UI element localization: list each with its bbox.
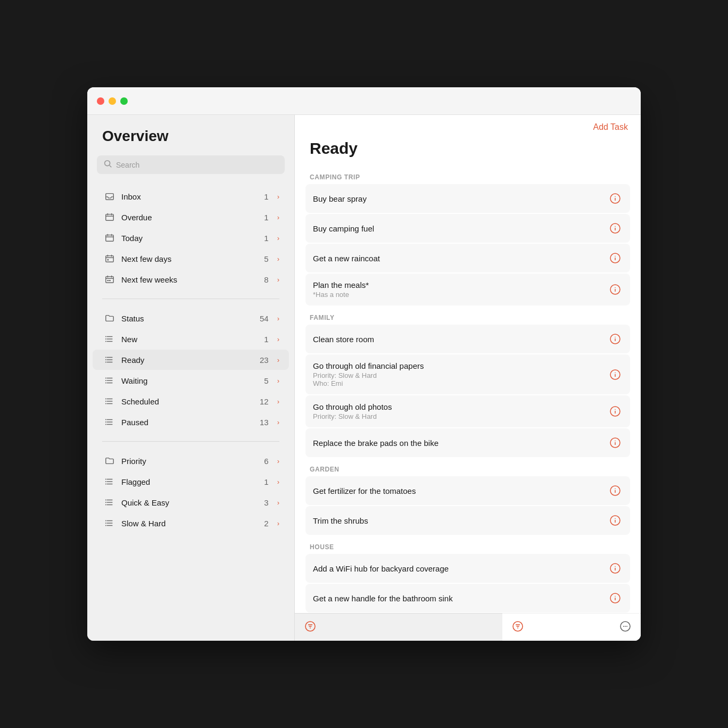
app-window: Overview Search bbox=[87, 87, 641, 641]
main-more-icon[interactable] bbox=[619, 621, 631, 634]
add-task-button[interactable]: Add Task bbox=[593, 122, 628, 132]
sidebar-item-new[interactable]: New 1 › bbox=[93, 329, 289, 349]
folder-icon bbox=[104, 313, 115, 323]
task-text: Go through old financial papers Priority… bbox=[313, 361, 608, 387]
sidebar-item-scheduled[interactable]: Scheduled 12 › bbox=[93, 391, 289, 411]
sidebar: Overview Search bbox=[87, 115, 295, 641]
task-item[interactable]: Add a WiFi hub for backyard coverage bbox=[305, 554, 630, 583]
sidebar-item-label: Today bbox=[121, 234, 258, 243]
task-info-icon[interactable] bbox=[608, 513, 623, 528]
svg-point-81 bbox=[615, 287, 616, 288]
task-info-icon[interactable] bbox=[608, 332, 623, 346]
sidebar-item-label: Priority bbox=[121, 457, 258, 466]
task-title: Go through old photos bbox=[313, 402, 608, 411]
task-info-icon[interactable] bbox=[608, 221, 623, 236]
sidebar-item-label: Status bbox=[121, 314, 253, 323]
task-info-icon[interactable] bbox=[608, 282, 623, 297]
svg-point-61 bbox=[105, 500, 106, 501]
divider-2 bbox=[102, 441, 279, 442]
task-subtitle: *Has a note bbox=[313, 291, 608, 299]
task-info-icon[interactable] bbox=[608, 367, 623, 382]
sidebar-filter-icon[interactable] bbox=[304, 621, 316, 634]
sidebar-item-label: New bbox=[121, 335, 258, 344]
svg-line-1 bbox=[110, 166, 112, 168]
main-filter-icon[interactable] bbox=[512, 621, 524, 634]
task-item[interactable]: Go through old financial papers Priority… bbox=[305, 354, 630, 394]
sidebar-item-quick-easy[interactable]: Quick & Easy 3 › bbox=[93, 492, 289, 512]
sidebar-item-count: 6 bbox=[264, 457, 268, 466]
sidebar-bottom-bar bbox=[295, 613, 502, 641]
calendar-today-icon bbox=[104, 233, 115, 243]
sidebar-item-paused[interactable]: Paused 13 › bbox=[93, 412, 289, 432]
task-item[interactable]: Get a new raincoat bbox=[305, 244, 630, 272]
task-item[interactable]: Get a new handle for the bathroom sink bbox=[305, 584, 630, 613]
divider-1 bbox=[102, 299, 279, 299]
svg-point-78 bbox=[615, 256, 616, 257]
sidebar-item-count: 23 bbox=[260, 355, 269, 365]
list-quick-icon bbox=[104, 498, 115, 507]
maximize-button[interactable] bbox=[120, 97, 128, 105]
sidebar-item-count: 2 bbox=[264, 519, 268, 528]
task-item[interactable]: Clean store room bbox=[305, 325, 630, 353]
task-item[interactable]: Buy camping fuel bbox=[305, 214, 630, 243]
sidebar-item-waiting[interactable]: Waiting 5 › bbox=[93, 370, 289, 391]
task-item[interactable]: Replace the brake pads on the bike bbox=[305, 428, 630, 457]
svg-point-90 bbox=[615, 409, 616, 410]
task-title: Buy camping fuel bbox=[313, 224, 608, 233]
sidebar-item-priority[interactable]: Priority 6 › bbox=[93, 451, 289, 471]
task-item[interactable]: Get fertilizer for the tomatoes bbox=[305, 476, 630, 505]
sidebar-item-count: 12 bbox=[260, 397, 269, 406]
task-item[interactable]: Go through old photos Priority: Slow & H… bbox=[305, 395, 630, 427]
svg-rect-16 bbox=[106, 277, 113, 283]
sidebar-item-inbox[interactable]: Inbox 1 › bbox=[93, 186, 289, 206]
main-header: Add Task bbox=[295, 115, 641, 139]
sidebar-item-label: Ready bbox=[121, 355, 253, 365]
chevron-right-icon: › bbox=[277, 276, 279, 284]
close-button[interactable] bbox=[97, 97, 104, 105]
task-text: Get fertilizer for the tomatoes bbox=[313, 486, 608, 495]
list-paused-icon bbox=[104, 417, 115, 427]
task-info-icon[interactable] bbox=[608, 591, 623, 606]
task-title: Go through old financial papers bbox=[313, 361, 608, 370]
task-title: Add a WiFi hub for backyard coverage bbox=[313, 564, 608, 573]
sidebar-item-label: Flagged bbox=[121, 477, 258, 486]
svg-point-119 bbox=[625, 626, 626, 627]
svg-point-118 bbox=[623, 626, 624, 627]
list-waiting-icon bbox=[104, 376, 115, 385]
sidebar-item-status[interactable]: Status 54 › bbox=[93, 308, 289, 328]
search-bar[interactable]: Search bbox=[97, 155, 285, 174]
task-info-icon[interactable] bbox=[608, 435, 623, 450]
task-info-icon[interactable] bbox=[608, 404, 623, 419]
svg-rect-7 bbox=[106, 235, 113, 242]
task-subtitle: Priority: Slow & Hard bbox=[313, 412, 608, 420]
chevron-right-icon: › bbox=[277, 356, 279, 364]
sidebar-item-label: Next few days bbox=[121, 254, 258, 263]
task-info-icon[interactable] bbox=[608, 251, 623, 266]
sidebar-item-count: 1 bbox=[264, 192, 268, 201]
svg-point-93 bbox=[615, 441, 616, 442]
task-item[interactable]: Buy bear spray bbox=[305, 184, 630, 213]
svg-point-67 bbox=[105, 520, 106, 522]
sidebar-item-next-few-days[interactable]: Next few days 5 › bbox=[93, 249, 289, 269]
task-text: Buy camping fuel bbox=[313, 224, 608, 233]
task-item[interactable]: Plan the meals* *Has a note bbox=[305, 274, 630, 305]
sidebar-item-overdue[interactable]: Overdue 1 › bbox=[93, 207, 289, 227]
svg-point-99 bbox=[615, 518, 616, 519]
svg-point-26 bbox=[105, 338, 106, 340]
sidebar-item-today[interactable]: Today 1 › bbox=[93, 228, 289, 248]
search-placeholder: Search bbox=[116, 161, 139, 169]
task-info-icon[interactable] bbox=[608, 191, 623, 206]
task-text: Replace the brake pads on the bike bbox=[313, 439, 608, 448]
task-item[interactable]: Trim the shrubs bbox=[305, 506, 630, 535]
svg-point-0 bbox=[105, 161, 110, 166]
sidebar-item-slow-hard[interactable]: Slow & Hard 2 › bbox=[93, 513, 289, 533]
sidebar-item-ready[interactable]: Ready 23 › bbox=[93, 350, 289, 370]
task-info-icon[interactable] bbox=[608, 483, 623, 498]
minimize-button[interactable] bbox=[109, 97, 116, 105]
task-info-icon[interactable] bbox=[608, 561, 623, 576]
sidebar-item-flagged[interactable]: Flagged 1 › bbox=[93, 471, 289, 492]
svg-point-31 bbox=[105, 357, 106, 358]
sidebar-item-next-few-weeks[interactable]: Next few weeks 8 › bbox=[93, 269, 289, 289]
svg-point-55 bbox=[105, 479, 106, 480]
tasks-container: CAMPING TRIP Buy bear spray bbox=[295, 166, 641, 641]
